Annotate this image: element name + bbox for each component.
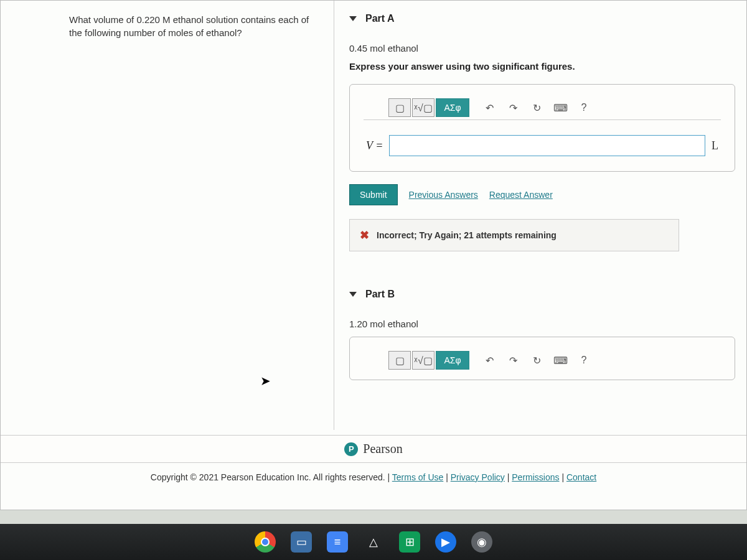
pearson-logo-icon: P: [344, 442, 358, 456]
camera-icon[interactable]: ◉: [471, 531, 492, 553]
greek-button[interactable]: ΑΣφ: [436, 351, 469, 370]
part-a-instruction: Express your answer using two significan…: [349, 61, 735, 72]
feedback-box: ✖ Incorrect; Try Again; 21 attempts rema…: [349, 219, 679, 251]
greek-button[interactable]: ΑΣφ: [436, 98, 469, 117]
undo-button[interactable]: ↶: [478, 98, 500, 117]
copyright-line: Copyright © 2021 Pearson Education Inc. …: [1, 472, 746, 482]
reset-button[interactable]: ↻: [525, 98, 548, 117]
drive-icon[interactable]: △: [363, 531, 384, 553]
help-button[interactable]: ?: [573, 351, 595, 370]
reset-button[interactable]: ↻: [525, 351, 548, 370]
sqrt-button[interactable]: ᵡ√▢: [412, 98, 435, 117]
redo-button[interactable]: ↷: [502, 351, 524, 370]
part-a-header[interactable]: Part A: [349, 13, 735, 24]
request-answer-link[interactable]: Request Answer: [489, 190, 553, 200]
terms-link[interactable]: Terms of Use: [392, 472, 443, 482]
answer-input-a[interactable]: [389, 135, 705, 156]
unit-label: L: [712, 139, 718, 152]
redo-button[interactable]: ↷: [502, 98, 524, 117]
part-a-prompt: 0.45 mol ethanol: [349, 43, 735, 54]
sqrt-button[interactable]: ᵡ√▢: [412, 351, 435, 370]
copyright-text: Copyright © 2021 Pearson Education Inc. …: [151, 472, 385, 482]
part-a-title: Part A: [365, 13, 395, 24]
question-text: What volume of 0.220 M ethanol solution …: [69, 13, 318, 39]
docs-icon[interactable]: ≡: [327, 531, 348, 553]
pearson-brand: P Pearson: [1, 435, 746, 463]
undo-button[interactable]: ↶: [478, 351, 500, 370]
previous-answers-link[interactable]: Previous Answers: [409, 190, 478, 200]
caret-down-icon: [349, 292, 357, 297]
sheets-icon[interactable]: ⊞: [399, 531, 420, 553]
formula-toolbar-a: ▢ ᵡ√▢ ΑΣφ ↶ ↷ ↻ ⌨ ?: [364, 96, 721, 120]
variable-label: V =: [366, 139, 383, 152]
caret-down-icon: [349, 16, 357, 21]
feedback-text: Incorrect; Try Again; 21 attempts remain…: [377, 230, 557, 240]
taskbar: ▭ ≡ △ ⊞ ▶ ◉: [0, 524, 747, 560]
part-b-header[interactable]: Part B: [349, 289, 735, 300]
part-b-prompt: 1.20 mol ethanol: [349, 319, 735, 329]
keyboard-button[interactable]: ⌨: [549, 98, 571, 117]
formula-toolbar-b: ▢ ᵡ√▢ ΑΣφ ↶ ↷ ↻ ⌨ ?: [364, 348, 721, 372]
answer-box-b: ▢ ᵡ√▢ ΑΣφ ↶ ↷ ↻ ⌨ ?: [349, 337, 735, 380]
files-icon[interactable]: ▭: [291, 531, 312, 553]
chrome-icon[interactable]: [255, 531, 276, 553]
pearson-name: Pearson: [363, 442, 402, 456]
help-button[interactable]: ?: [573, 98, 595, 117]
template-button[interactable]: ▢: [388, 351, 411, 370]
meet-icon[interactable]: ▶: [435, 531, 456, 553]
submit-button[interactable]: Submit: [349, 184, 398, 205]
contact-link[interactable]: Contact: [566, 472, 596, 482]
template-button[interactable]: ▢: [388, 98, 411, 117]
incorrect-icon: ✖: [360, 228, 369, 242]
answer-box-a: ▢ ᵡ√▢ ΑΣφ ↶ ↷ ↻ ⌨ ? V = L: [349, 84, 735, 172]
part-b-title: Part B: [365, 289, 395, 300]
keyboard-button[interactable]: ⌨: [549, 351, 571, 370]
permissions-link[interactable]: Permissions: [512, 472, 559, 482]
privacy-link[interactable]: Privacy Policy: [451, 472, 505, 482]
